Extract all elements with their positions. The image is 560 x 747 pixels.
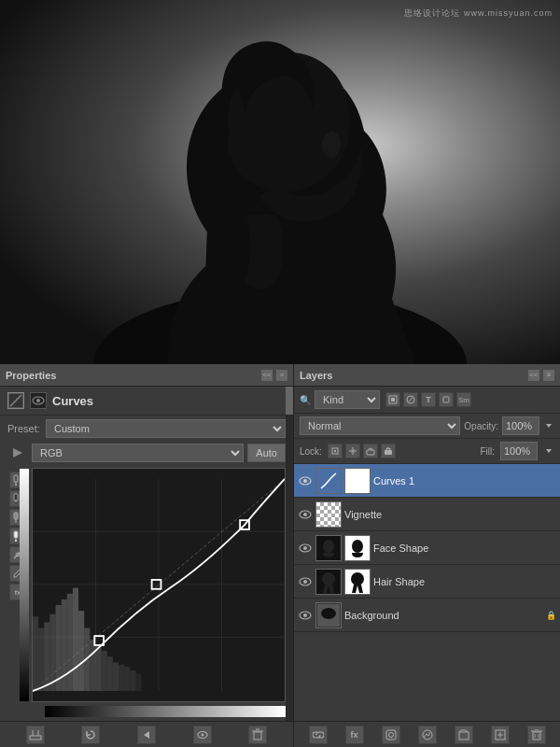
layers-panel-controls[interactable]: << ≡ [528, 370, 554, 381]
svg-rect-34 [78, 611, 84, 691]
kind-select[interactable]: Kind [315, 390, 380, 409]
fill-arrow-icon [543, 445, 554, 457]
svg-point-64 [303, 479, 307, 483]
eye-background[interactable] [298, 608, 313, 623]
svg-rect-33 [73, 588, 78, 691]
svg-rect-26 [33, 616, 38, 691]
svg-rect-38 [102, 651, 107, 691]
svg-rect-61 [367, 450, 374, 455]
add-mask-btn[interactable] [382, 726, 400, 744]
layers-collapse-btn[interactable]: << [528, 370, 539, 381]
eye-curves1[interactable] [298, 473, 313, 488]
svg-point-68 [303, 546, 307, 550]
curves-graph[interactable] [32, 468, 286, 702]
opacity-label: Opacity: [464, 421, 498, 431]
hairshape-mask-thumb [344, 569, 371, 595]
smart-filter-icon[interactable]: Sm [456, 392, 471, 407]
properties-footer [0, 721, 293, 747]
type-filter-icon[interactable]: T [421, 392, 436, 407]
svg-rect-12 [14, 513, 18, 519]
svg-rect-51 [254, 732, 261, 740]
fx-btn[interactable]: fx [345, 726, 364, 744]
lock-pixels-btn[interactable] [328, 444, 343, 458]
delete-layer-btn[interactable] [248, 726, 267, 744]
link-layers-btn[interactable] [309, 726, 328, 744]
reset-btn[interactable] [81, 726, 100, 744]
svg-point-72 [303, 580, 307, 584]
properties-panel-controls[interactable]: << × [261, 370, 287, 381]
opacity-input[interactable] [502, 416, 539, 435]
svg-point-1 [322, 132, 341, 158]
svg-point-14 [15, 521, 17, 523]
eye-faceshape[interactable] [298, 541, 313, 556]
lock-artboard-btn[interactable] [363, 444, 378, 458]
photo-silhouette [0, 0, 560, 364]
new-layer-btn[interactable] [491, 726, 510, 744]
curves-svg[interactable] [33, 469, 285, 701]
svg-rect-82 [459, 732, 469, 740]
horizontal-gradient-bar [45, 706, 286, 717]
svg-point-50 [201, 733, 203, 736]
clip-to-layer-btn[interactable] [26, 726, 45, 744]
channel-pointer-icon [9, 444, 26, 461]
svg-rect-42 [124, 667, 130, 691]
svg-rect-36 [90, 640, 95, 691]
lock-all-btn[interactable] [381, 444, 396, 458]
layers-title: Layers [300, 370, 332, 381]
lock-label: Lock: [300, 446, 322, 457]
layer-name-hairshape: Hair Shape [373, 576, 556, 587]
pixel-filter-icon[interactable] [385, 392, 400, 407]
delete-layer-btn-layers[interactable] [527, 726, 546, 744]
svg-rect-6 [14, 475, 18, 482]
properties-content: Curves Preset: Custom RGB Auto [0, 387, 293, 747]
photo-area: 思络设计论坛 www.missyuan.com [0, 0, 560, 364]
properties-scroll-thumb[interactable] [286, 387, 293, 415]
curves-visibility-icon[interactable] [30, 392, 47, 409]
svg-point-74 [351, 572, 364, 585]
svg-line-57 [409, 398, 413, 402]
eye-hairshape[interactable] [298, 574, 313, 589]
opacity-arrow-icon [543, 420, 554, 431]
svg-point-80 [388, 732, 393, 737]
svg-rect-37 [96, 645, 102, 691]
layer-name-curves1: Curves 1 [373, 475, 556, 486]
properties-title: Properties [6, 370, 56, 381]
layer-item-faceshape[interactable]: Face Shape [294, 531, 560, 565]
curves-adjustment-icon [7, 392, 24, 409]
properties-close-btn[interactable]: × [276, 370, 287, 381]
svg-rect-32 [67, 594, 73, 691]
kind-filter-row: 🔍 Kind T Sm [294, 387, 560, 414]
shape-filter-icon[interactable] [439, 392, 454, 407]
new-group-btn[interactable] [455, 726, 473, 744]
layer-item-curves1[interactable]: Curves 1 [294, 464, 560, 498]
adjustment-filter-icon[interactable] [403, 392, 418, 407]
svg-rect-40 [113, 662, 119, 691]
auto-button[interactable]: Auto [247, 444, 286, 462]
layers-menu-btn[interactable]: ≡ [543, 370, 554, 381]
blend-mode-select[interactable]: Normal [300, 416, 460, 435]
svg-point-17 [15, 540, 17, 542]
vertical-gradient-bar [20, 469, 29, 701]
fill-label: Fill: [480, 446, 495, 457]
layer-item-hairshape[interactable]: Hair Shape [294, 565, 560, 599]
svg-point-11 [15, 502, 17, 504]
fill-input[interactable] [500, 442, 538, 460]
layer-item-background[interactable]: Background 🔒 [294, 599, 560, 632]
svg-rect-27 [38, 628, 44, 692]
eye-vignette[interactable] [298, 507, 313, 522]
new-adjustment-btn[interactable] [418, 726, 437, 744]
properties-scrollbar[interactable] [286, 387, 293, 721]
channel-select[interactable]: RGB [32, 444, 244, 462]
layer-item-vignette[interactable]: Vignette [294, 498, 560, 531]
filter-icons: T Sm [385, 392, 471, 407]
faceshape-mask-thumb [344, 535, 371, 561]
layer-name-background: Background [344, 610, 543, 621]
visibility-toggle-btn[interactable] [193, 726, 212, 744]
lock-row: Lock: Fill: [294, 439, 560, 464]
previous-state-btn[interactable] [137, 726, 156, 744]
lock-move-btn[interactable] [345, 444, 360, 458]
preset-select[interactable]: Custom [46, 419, 286, 438]
search-icon: 🔍 [300, 395, 311, 405]
channel-row: RGB Auto [0, 442, 293, 464]
properties-collapse-btn[interactable]: << [261, 370, 273, 381]
